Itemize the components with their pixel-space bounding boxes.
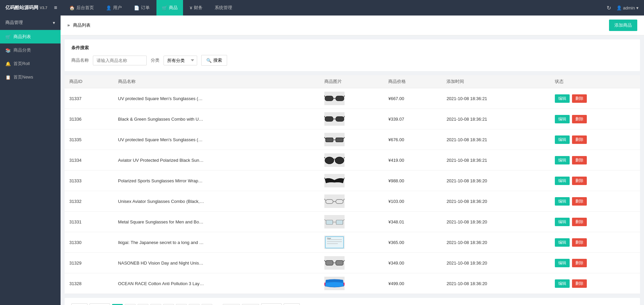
table-row: 31329 NASONEB HD Vision Day and Night Un… <box>65 253 640 273</box>
edit-button[interactable]: 编辑 <box>555 238 570 247</box>
nav-item-home[interactable]: 🏠 后台首页 <box>64 0 99 16</box>
admin-label: admin <box>623 5 635 10</box>
svg-point-15 <box>325 157 334 164</box>
cell-id: 31335 <box>65 129 113 150</box>
search-button[interactable]: 🔍 搜索 <box>201 55 227 66</box>
edit-button[interactable]: 编辑 <box>555 135 570 144</box>
sidebar-item-product-list[interactable]: 🛒 商品列表 <box>0 30 61 43</box>
delete-button[interactable]: 删除 <box>572 177 587 185</box>
cart-icon: 🛒 <box>162 5 167 10</box>
sidebar-group-label: 商品管理 <box>5 20 23 26</box>
edit-button[interactable]: 编辑 <box>555 115 570 123</box>
edit-button[interactable]: 编辑 <box>555 279 570 288</box>
delete-button[interactable]: 删除 <box>572 156 587 164</box>
edit-button[interactable]: 编辑 <box>555 259 570 267</box>
sidebar-group-header[interactable]: 商品管理 ▾ <box>0 16 61 30</box>
nav-item-system[interactable]: 系统管理 <box>209 0 238 16</box>
nav-item-products[interactable]: 🛒 商品 <box>156 0 183 16</box>
svg-line-14 <box>343 137 345 139</box>
page-num-3133[interactable]: 3133 <box>223 304 240 305</box>
edit-button[interactable]: 编辑 <box>555 197 570 206</box>
product-image <box>324 256 345 270</box>
cell-actions: 编辑 删除 <box>550 273 640 294</box>
delete-button[interactable]: 删除 <box>572 135 587 144</box>
cell-price: ¥988.00 <box>384 171 442 191</box>
svg-line-19 <box>344 157 345 158</box>
svg-line-3 <box>324 95 325 97</box>
user-info[interactable]: 👤 admin ▾ <box>616 5 639 10</box>
cell-actions: 编辑 删除 <box>550 253 640 273</box>
cell-image <box>320 129 384 150</box>
cell-name: NASONEB HD Vision Day and Night Unis… <box>113 253 320 273</box>
page-num-2[interactable]: 2 <box>125 304 136 305</box>
page-num-7[interactable]: 7 <box>189 304 200 305</box>
delete-button[interactable]: 删除 <box>572 115 587 123</box>
menu-toggle-icon[interactable]: ≡ <box>54 5 57 11</box>
delete-button[interactable]: 删除 <box>572 279 587 288</box>
delete-button[interactable]: 删除 <box>572 197 587 206</box>
cell-time: 2021-10-08 18:36:20 <box>442 253 550 273</box>
cell-image <box>320 253 384 273</box>
search-section: 条件搜索 商品名称 分类 所有分类 🔍 搜索 <box>65 39 640 71</box>
search-category-select[interactable]: 所有分类 <box>164 56 197 65</box>
nav-item-orders[interactable]: 📄 订单 <box>129 0 155 16</box>
page-prev-button[interactable]: 上一页 <box>90 303 110 305</box>
product-image <box>324 153 345 167</box>
sidebar-item-home-news[interactable]: 📋 首页News <box>0 70 61 84</box>
edit-button[interactable]: 编辑 <box>555 218 570 226</box>
delete-button[interactable]: 删除 <box>572 94 587 103</box>
cell-image <box>320 273 384 294</box>
cell-actions: 编辑 删除 <box>550 88 640 109</box>
cell-image <box>320 171 384 191</box>
edit-button[interactable]: 编辑 <box>555 94 570 103</box>
page-num-3134[interactable]: 3134 <box>242 304 259 305</box>
sidebar-label-product-list: 商品列表 <box>13 34 31 40</box>
nav-item-finance[interactable]: ¥ 财务 <box>184 0 208 16</box>
nav-label-home: 后台首页 <box>76 5 94 11</box>
sidebar-item-home-roll[interactable]: 🔔 首页Roll <box>0 57 61 70</box>
edit-button[interactable]: 编辑 <box>555 156 570 164</box>
delete-button[interactable]: 删除 <box>572 238 587 247</box>
page-num-4[interactable]: 4 <box>150 304 161 305</box>
product-image <box>324 215 345 228</box>
cell-image <box>320 88 384 109</box>
table-row: 31336 Black & Green Sunglasses Combo wit… <box>65 109 640 129</box>
cell-actions: 编辑 删除 <box>550 171 640 191</box>
product-image <box>324 194 345 208</box>
cell-price: ¥339.07 <box>384 109 442 129</box>
page-first-button[interactable]: 首页 <box>71 303 87 305</box>
page-num-5[interactable]: 5 <box>163 304 174 305</box>
cell-actions: 编辑 删除 <box>550 150 640 171</box>
pagination: 首页 上一页 1 2 3 4 5 6 7 8 ... 3133 3134 下一页… <box>65 298 640 305</box>
svg-rect-22 <box>326 200 333 204</box>
cell-image <box>320 150 384 171</box>
svg-line-20 <box>324 178 325 179</box>
page-num-8[interactable]: 8 <box>202 304 212 305</box>
brand-version: V3.7 <box>40 6 47 10</box>
svg-rect-23 <box>336 200 343 204</box>
product-image <box>324 277 345 290</box>
cell-image <box>320 191 384 212</box>
cell-name: UV protected Square Men's Sunglasses (… <box>113 88 320 109</box>
nav-item-users[interactable]: 👤 用户 <box>101 0 127 16</box>
delete-button[interactable]: 删除 <box>572 259 587 267</box>
add-product-button[interactable]: 添加商品 <box>609 20 637 31</box>
page-next-button[interactable]: 下一页 <box>261 303 282 305</box>
sidebar-item-product-category[interactable]: 📚 商品分类 <box>0 43 61 57</box>
svg-line-18 <box>324 157 325 158</box>
refresh-button[interactable]: ↻ <box>607 5 611 11</box>
page-num-1[interactable]: 1 <box>112 304 123 305</box>
page-num-3[interactable]: 3 <box>138 304 148 305</box>
search-title: 条件搜索 <box>71 45 633 51</box>
page-num-6[interactable]: 6 <box>176 304 187 305</box>
search-name-input[interactable] <box>93 56 147 65</box>
page-last-button[interactable]: 尾页 <box>284 303 300 305</box>
edit-button[interactable]: 编辑 <box>555 177 570 185</box>
cell-id: 31332 <box>65 191 113 212</box>
delete-button[interactable]: 删除 <box>572 218 587 226</box>
cell-time: 2021-10-08 18:36:20 <box>442 232 550 253</box>
cell-image <box>320 109 384 129</box>
breadcrumb-prefix: » <box>67 23 70 28</box>
search-name-label: 商品名称 <box>71 57 89 63</box>
table-row: 31335 UV protected Square Men's Sunglass… <box>65 129 640 150</box>
